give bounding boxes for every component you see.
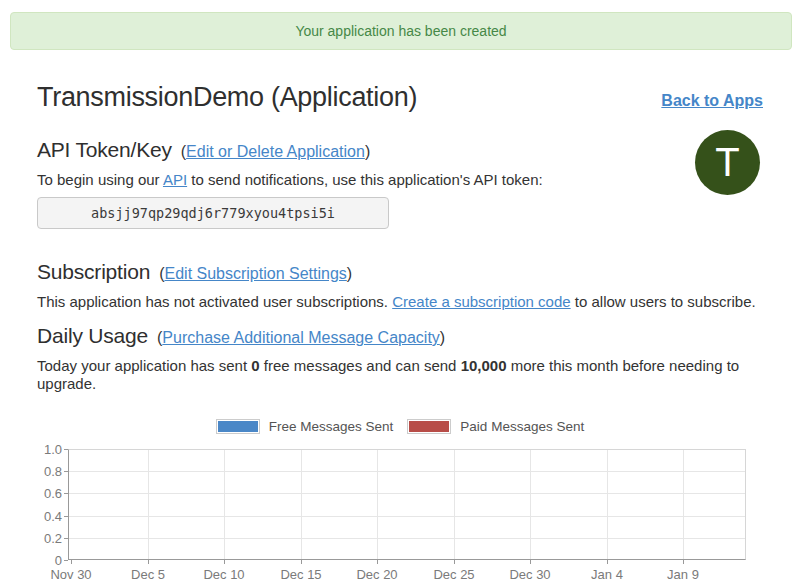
page-title: TransmissionDemo (Application) [37, 81, 417, 114]
page-header: TransmissionDemo (Application) Back to A… [37, 81, 763, 114]
subscription-heading: Subscription [37, 259, 150, 285]
x-gridline [530, 450, 531, 559]
back-to-apps-link[interactable]: Back to Apps [661, 92, 763, 110]
remaining-capacity: 10,000 [461, 357, 507, 374]
legend-swatch [407, 419, 451, 434]
chart-legend: Free Messages SentPaid Messages Sent [37, 419, 763, 434]
y-gridline [69, 471, 745, 472]
x-tick-label: Dec 15 [280, 567, 321, 582]
subscription-text: This application has not activated user … [37, 293, 763, 311]
api-token-value: absjj97qp29qdj6r779xyou4tpsi5i [37, 197, 389, 229]
legend-label: Free Messages Sent [269, 419, 394, 434]
success-banner-text: Your application has been created [295, 23, 506, 39]
legend-swatch [216, 419, 260, 434]
x-tick-mark [148, 560, 149, 564]
x-tick-mark [683, 560, 684, 564]
api-intro-after: to send notifications, use this applicat… [187, 171, 543, 188]
y-tick-label: 0.8 [37, 464, 62, 479]
daily-usage-section-heading: Daily Usage ( Purchase Additional Messag… [37, 323, 763, 351]
x-gridline [377, 450, 378, 559]
main-content: TransmissionDemo (Application) Back to A… [0, 81, 802, 581]
daily-usage-heading: Daily Usage [37, 323, 148, 349]
success-banner: Your application has been created [10, 12, 792, 50]
x-gridline [454, 450, 455, 559]
y-tick-label: 0 [37, 553, 62, 568]
x-tick-mark [454, 560, 455, 564]
y-tick-mark [64, 493, 68, 494]
y-tick-mark [64, 560, 68, 561]
x-tick-label: Dec 20 [356, 567, 397, 582]
y-tick-label: 0.2 [37, 531, 62, 546]
y-tick-label: 0.4 [37, 509, 62, 524]
x-gridline [224, 450, 225, 559]
x-gridline [683, 450, 684, 559]
x-tick-label: Jan 9 [667, 567, 699, 582]
edit-subscription-settings-link[interactable]: Edit Subscription Settings [165, 261, 347, 287]
api-docs-link[interactable]: API [163, 171, 187, 188]
x-tick-mark [71, 560, 72, 564]
y-gridline [69, 538, 745, 539]
plot-area [68, 449, 746, 560]
y-tick-mark [64, 538, 68, 539]
api-intro-before: To begin using our [37, 171, 163, 188]
x-tick-label: Dec 25 [433, 567, 474, 582]
y-tick-label: 1.0 [37, 442, 62, 457]
close-paren: ) [365, 139, 370, 165]
purchase-capacity-link[interactable]: Purchase Additional Message Capacity [162, 325, 440, 351]
x-tick-mark [224, 560, 225, 564]
close-paren: ) [347, 261, 352, 287]
subscription-text-after: to allow users to subscribe. [571, 293, 756, 310]
subscription-text-before: This application has not activated user … [37, 293, 392, 310]
x-tick-mark [530, 560, 531, 564]
daily-usage-chart: Free Messages SentPaid Messages Sent 1.0… [37, 419, 763, 581]
x-tick-mark [301, 560, 302, 564]
usage-text-1: Today your application has sent [37, 357, 251, 374]
x-tick-label: Dec 10 [203, 567, 244, 582]
y-tick-mark [64, 449, 68, 450]
x-gridline [148, 450, 149, 559]
close-paren: ) [440, 325, 445, 351]
x-tick-label: Dec 30 [509, 567, 550, 582]
api-token-heading: API Token/Key [37, 137, 172, 163]
usage-text-2: free messages and can send [260, 357, 461, 374]
legend-item: Paid Messages Sent [407, 419, 584, 434]
api-intro-text: To begin using our API to send notificat… [37, 171, 763, 189]
x-gridline [301, 450, 302, 559]
create-subscription-code-link[interactable]: Create a subscription code [392, 293, 570, 310]
x-tick-label: Jan 4 [591, 567, 623, 582]
application-icon-letter: T [715, 140, 739, 185]
application-icon: T [695, 130, 760, 195]
edit-or-delete-application-link[interactable]: Edit or Delete Application [186, 139, 365, 165]
x-tick-label: Nov 30 [50, 567, 91, 582]
free-message-count: 0 [251, 357, 259, 374]
y-tick-label: 0.6 [37, 486, 62, 501]
usage-text: Today your application has sent 0 free m… [37, 357, 763, 393]
application-page: Your application has been created Transm… [0, 0, 802, 587]
legend-label: Paid Messages Sent [460, 419, 584, 434]
x-tick-label: Dec 5 [131, 567, 165, 582]
y-gridline [69, 516, 745, 517]
subscription-section-heading: Subscription ( Edit Subscription Setting… [37, 259, 763, 287]
x-gridline [607, 450, 608, 559]
api-token-section-heading: API Token/Key ( Edit or Delete Applicati… [37, 137, 763, 165]
legend-item: Free Messages Sent [216, 419, 394, 434]
x-tick-mark [377, 560, 378, 564]
y-tick-mark [64, 471, 68, 472]
y-tick-mark [64, 516, 68, 517]
x-tick-mark [607, 560, 608, 564]
y-gridline [69, 493, 745, 494]
